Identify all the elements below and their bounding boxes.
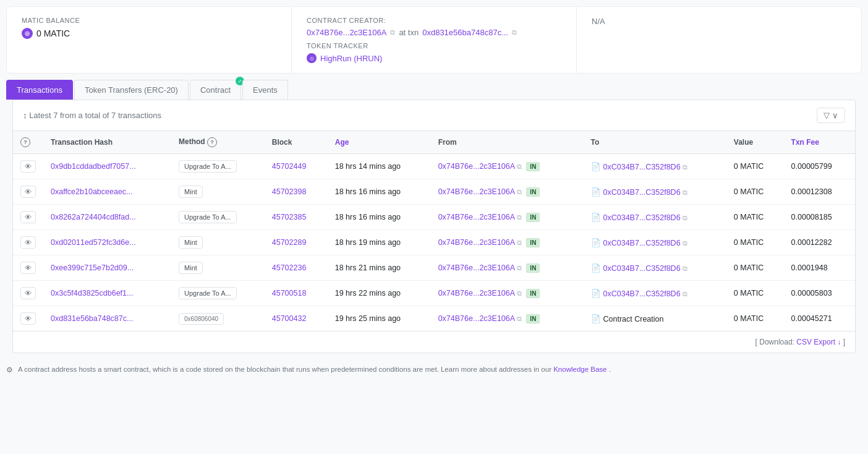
to-link[interactable]: 0xC034B7...C352f8D6	[603, 264, 681, 273]
copy-txn-icon[interactable]: ⧉	[512, 28, 517, 36]
method-badge: Mint	[179, 186, 203, 198]
copy-to-icon[interactable]: ⧉	[683, 239, 687, 247]
copy-from-icon[interactable]: ⧉	[517, 264, 522, 272]
age-cell: 18 hrs 16 mins ago	[328, 205, 431, 230]
to-doc-icon: 📄	[591, 213, 601, 222]
eye-button[interactable]: 👁	[20, 312, 36, 325]
from-link[interactable]: 0x74B76e...2c3E106A	[438, 187, 515, 196]
copy-to-icon[interactable]: ⧉	[683, 290, 687, 298]
csv-export-link[interactable]: CSV Export ↓	[796, 338, 841, 346]
tx-hash-link[interactable]: 0xd02011ed572fc3d6e...	[51, 238, 136, 247]
in-badge: IN	[526, 213, 540, 222]
balance-value: ◎ 0 MATIC	[22, 28, 276, 39]
eye-button[interactable]: 👁	[20, 160, 36, 173]
to-doc-icon: 📄	[591, 264, 601, 273]
copy-to-icon[interactable]: ⧉	[683, 265, 687, 272]
to-link[interactable]: 0xC034B7...C352f8D6	[603, 239, 681, 247]
value-cell: 0 MATIC	[726, 281, 784, 306]
col-age: Age	[328, 131, 431, 154]
tx-hash-link[interactable]: 0xd831e56ba748c87c...	[51, 314, 133, 323]
from-link[interactable]: 0x74B76e...2c3E106A	[438, 263, 515, 272]
token-name-link[interactable]: HighRun (HRUN)	[320, 54, 382, 63]
tab-contract[interactable]: Contract	[190, 80, 241, 100]
tab-token-transfers[interactable]: Token Transfers (ERC-20)	[74, 80, 189, 100]
copy-from-icon[interactable]: ⧉	[517, 213, 522, 221]
method-badge: Mint	[179, 262, 203, 274]
copy-from-icon[interactable]: ⧉	[517, 289, 522, 297]
block-link[interactable]: 45700432	[272, 314, 307, 323]
copy-from-icon[interactable]: ⧉	[517, 188, 522, 195]
txn-fee-cell: 0.00012282	[784, 230, 855, 255]
copy-from-icon[interactable]: ⧉	[517, 239, 522, 246]
col-value: Value	[726, 131, 784, 154]
eye-button[interactable]: 👁	[20, 262, 36, 274]
value-cell: 0 MATIC	[726, 255, 784, 281]
from-link[interactable]: 0x74B76e...2c3E106A	[438, 162, 515, 171]
block-link[interactable]: 45702385	[272, 213, 307, 221]
method-badge: Upgrade To A...	[179, 211, 237, 223]
tx-hash-link[interactable]: 0x9db1cddadbedf7057...	[51, 162, 136, 171]
col-from: From	[431, 131, 584, 154]
block-link[interactable]: 45702449	[272, 162, 307, 171]
value-cell: 0 MATIC	[726, 306, 784, 332]
txn-fee-cell: 0.00045271	[784, 306, 855, 332]
eye-button[interactable]: 👁	[20, 287, 36, 299]
to-link[interactable]: 0xC034B7...C352f8D6	[603, 163, 681, 171]
col-method: Method ?	[171, 131, 265, 154]
to-link[interactable]: 0xC034B7...C352f8D6	[603, 213, 681, 222]
age-cell: 19 hrs 22 mins ago	[328, 281, 431, 306]
to-doc-icon: 📄	[591, 289, 601, 298]
creator-label: CONTRACT CREATOR:	[307, 17, 561, 24]
method-badge: Mint	[179, 236, 203, 249]
at-txn-text: at txn	[399, 28, 419, 37]
filter-button[interactable]: ▽ ∨	[817, 108, 845, 123]
na-card: N/A	[577, 7, 861, 73]
to-link[interactable]: 0xC034B7...C352f8D6	[603, 289, 681, 298]
copy-from-icon[interactable]: ⧉	[517, 315, 522, 322]
block-link[interactable]: 45702398	[272, 187, 307, 196]
creator-address-link[interactable]: 0x74B76e...2c3E106A	[307, 28, 386, 37]
table-row: 👁0xaffce2b10abceeaec...Mint4570239818 hr…	[13, 179, 855, 205]
age-cell: 18 hrs 19 mins ago	[328, 230, 431, 255]
to-doc-icon: 📄	[591, 239, 601, 247]
copy-from-icon[interactable]: ⧉	[517, 163, 522, 170]
from-link[interactable]: 0x74B76e...2c3E106A	[438, 238, 515, 247]
to-link[interactable]: 0xC034B7...C352f8D6	[603, 188, 681, 197]
from-link[interactable]: 0x74B76e...2c3E106A	[438, 213, 515, 221]
top-cards: MATIC BALANCE ◎ 0 MATIC CONTRACT CREATOR…	[6, 6, 862, 74]
table-row: 👁0x3c5f4d3825cdb6ef1...Upgrade To A...45…	[13, 281, 855, 306]
from-link[interactable]: 0x74B76e...2c3E106A	[438, 314, 515, 323]
creator-txn-link[interactable]: 0xd831e56ba748c87c...	[422, 28, 508, 37]
table-row: 👁0x8262a724404cd8fad...Upgrade To A...45…	[13, 205, 855, 230]
to-doc-icon: 📄	[591, 163, 601, 171]
tab-events[interactable]: Events	[242, 80, 288, 100]
eye-button[interactable]: 👁	[20, 211, 36, 223]
col-to: To	[584, 131, 726, 154]
block-link[interactable]: 45702289	[272, 238, 307, 247]
tx-hash-link[interactable]: 0xaffce2b10abceeaec...	[51, 187, 133, 196]
knowledge-base-link[interactable]: Knowledge Base	[553, 366, 606, 373]
tab-transactions[interactable]: Transactions	[6, 80, 73, 100]
copy-address-icon[interactable]: ⧉	[390, 28, 395, 36]
eye-button[interactable]: 👁	[20, 186, 36, 198]
tx-hash-link[interactable]: 0xee399c715e7b2d09...	[51, 263, 134, 272]
copy-to-icon[interactable]: ⧉	[683, 214, 687, 221]
tx-hash-link[interactable]: 0x3c5f4d3825cdb6ef1...	[51, 289, 133, 298]
txn-fee-cell: 0.00012308	[784, 179, 855, 205]
tx-hash-link[interactable]: 0x8262a724404cd8fad...	[51, 213, 136, 221]
contract-creation-text: Contract Creation	[603, 315, 664, 323]
age-cell: 18 hrs 21 mins ago	[328, 255, 431, 281]
balance-label: MATIC BALANCE	[22, 17, 276, 24]
copy-to-icon[interactable]: ⧉	[683, 189, 687, 196]
in-badge: IN	[526, 238, 540, 247]
eye-button[interactable]: 👁	[20, 236, 36, 249]
question-icon: ?	[20, 137, 30, 147]
table-row: 👁0xd831e56ba748c87c...0x6080604045700432…	[13, 306, 855, 332]
to-doc-icon: 📄	[591, 188, 601, 197]
from-link[interactable]: 0x74B76e...2c3E106A	[438, 289, 515, 298]
tabs-section: Transactions Token Transfers (ERC-20) Co…	[6, 80, 862, 353]
txn-fee-cell: 0.00005803	[784, 281, 855, 306]
block-link[interactable]: 45700518	[272, 289, 307, 298]
block-link[interactable]: 45702236	[272, 263, 307, 272]
copy-to-icon[interactable]: ⧉	[683, 163, 687, 171]
